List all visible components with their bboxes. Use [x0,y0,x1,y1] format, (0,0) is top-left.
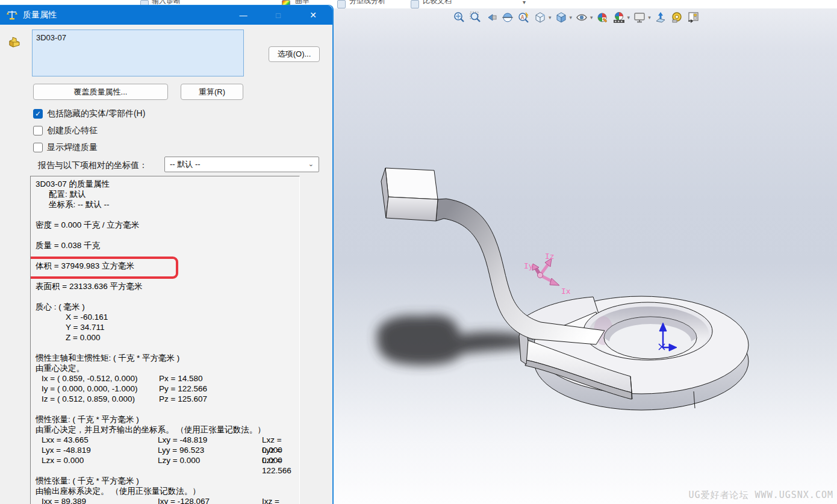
hide-show-items-caret[interactable]: ▾ [590,14,593,20]
principal-axes-subtitle: 由重心决定。 [36,363,299,373]
tensor-com-title: 惯性张量: ( 千克 * 平方毫米 ) [36,414,299,425]
mass-line: 质量 = 0.038 千克 [36,240,299,250]
checkbox-label: 创建质心特征 [47,125,98,136]
density-line: 密度 = 0.000 千克 / 立方毫米 [36,220,299,230]
report-header: 3D03-07 的质量属性 [36,179,299,189]
heads-up-view-toolbar: A ▾ ▾ ▾ ▾ ▾ [452,10,700,25]
dialog-title: 质量属性 [23,10,57,20]
display-style-icon[interactable] [554,10,568,25]
centroid-title: 质心 : ( 毫米 ) [36,302,299,312]
view-orientation-caret[interactable]: ▾ [549,14,552,20]
coordinate-system-dropdown[interactable]: -- 默认 -- ⌄ [164,157,319,172]
mass-properties-report[interactable]: 3D03-07 的质量属性 配置: 默认 坐标系: -- 默认 -- 密度 = … [30,176,300,504]
surface-area-line: 表面积 = 23133.636 平方毫米 [36,281,299,291]
checkbox-box[interactable] [33,143,43,152]
previous-view-icon[interactable] [484,10,499,25]
checkbox-include-hidden[interactable]: ✓ 包括隐藏的实体/零部件(H) [33,108,145,120]
checkbox-show-weld-mass[interactable]: 显示焊缝质量 [33,142,98,154]
recalculate-button[interactable]: 重算(R) [181,84,243,100]
centroid-x: X = -60.161 [36,312,299,322]
checkbox-label: 包括隐藏的实体/零部件(H) [47,108,145,119]
edit-appearance-icon[interactable] [596,10,610,25]
checkbox-box[interactable] [33,126,43,135]
tensor-com-subtitle: 由重心决定，并且对齐输出的坐标系。 （使用正张量记数法。） [36,425,299,435]
options-button[interactable]: 选项(O)... [269,46,320,62]
annotation-view-icon[interactable]: A [517,10,531,25]
tensor-row: Ixx = 89.389Ixy = -128.067Ixz = 0.000 [36,496,299,504]
checkbox-label: 显示焊缝质量 [47,142,98,153]
view-settings-icon[interactable] [632,10,647,25]
block-top-face[interactable] [385,168,438,199]
hide-show-items-icon[interactable] [574,10,589,25]
principal-axes-title: 惯性主轴和主惯性矩: ( 千克 * 平方毫米 ) [36,353,299,363]
selected-items-field[interactable]: 3D03-07 [32,30,244,76]
section-view-icon[interactable] [500,10,515,25]
tensor-row: Lxx = 43.665Lxy = -48.819Lxz = 0.000 [36,435,299,445]
tensor-output-subtitle: 由输出座标系决定。 （使用正张量记数法。） [36,486,299,496]
forum-watermark: UG爱好者论坛 WWW.UGSNX.COM [689,490,834,501]
svg-text:A: A [521,14,524,20]
report-coord-system: 坐标系: -- 默认 -- [36,199,299,210]
checkbox-create-com-feature[interactable]: 创建质心特征 [33,125,98,137]
strip-item-parting-line-analysis[interactable]: 分型线分析 [349,0,385,6]
zoom-to-area-icon[interactable] [468,10,482,25]
mass-properties-scale-icon [6,9,18,21]
principal-row: Iz = ( 0.512, 0.859, 0.000)Pz = 125.607 [36,394,299,404]
mass-properties-dialog: 质量属性 — □ ✕ 3D03-07 选项(O)... 覆盖质量属性... 重算… [0,5,334,504]
principal-axes-triad [532,258,559,285]
tensor-output-title: 惯性张量: ( 千克 * 平方毫米 ) [36,476,299,486]
compare-documents-icon[interactable] [411,0,419,8]
override-mass-properties-button[interactable]: 覆盖质量属性... [33,84,168,100]
minimize-button[interactable]: — [230,5,257,25]
checkbox-box[interactable]: ✓ [33,109,43,119]
principal-row: Ix = ( 0.859, -0.512, 0.000)Px = 14.580 [36,373,299,384]
dropdown-value: -- 默认 -- [170,159,201,170]
tensor-row: Lyx = -48.819Lyy = 96.523Lyz = 0.000 [36,445,299,455]
volume-highlight-annotation [30,257,178,279]
principal-row: Iy = ( 0.000, 0.000, -1.000)Py = 122.566 [36,384,299,394]
axis-label-z: Iz [545,252,555,261]
view-orientation-icon[interactable] [533,10,547,25]
chevron-down-icon: ⌄ [308,160,314,168]
display-style-caret[interactable]: ▾ [570,14,573,20]
options-panel-icon[interactable] [686,10,700,25]
close-button[interactable]: ✕ [300,5,326,25]
zoom-to-fit-icon[interactable] [452,10,466,25]
maximize-button[interactable]: □ [265,5,291,25]
view-settings-caret[interactable]: ▾ [648,14,651,20]
dialog-titlebar[interactable]: 质量属性 — □ ✕ [0,5,332,25]
report-config: 配置: 默认 [36,189,299,199]
strip-item-compare-documents[interactable]: 比较文档 [423,0,452,6]
centroid-z: Z = 0.000 [36,332,299,343]
measure-icon[interactable] [670,10,684,25]
strip-caret-icon[interactable]: ▾ [523,0,526,5]
parting-line-analysis-icon[interactable] [337,0,346,8]
block-front-face[interactable] [386,197,438,221]
principal-axes-labels: Iz Iy Ix [524,252,571,296]
part-icon [8,36,21,49]
report-relative-label: 报告与以下项相对的坐标值： [38,160,148,171]
centroid-y: Y = 34.711 [36,322,299,332]
apply-scene-caret[interactable]: ▾ [627,14,630,20]
tensor-row: Lzx = 0.000Lzy = 0.000Lzz = 122.566 [36,455,299,465]
3d-drawing-view-icon[interactable] [653,10,668,25]
apply-scene-icon[interactable] [612,10,626,25]
axis-label-x: Ix [561,287,571,296]
axis-label-y: Iy [524,261,534,270]
